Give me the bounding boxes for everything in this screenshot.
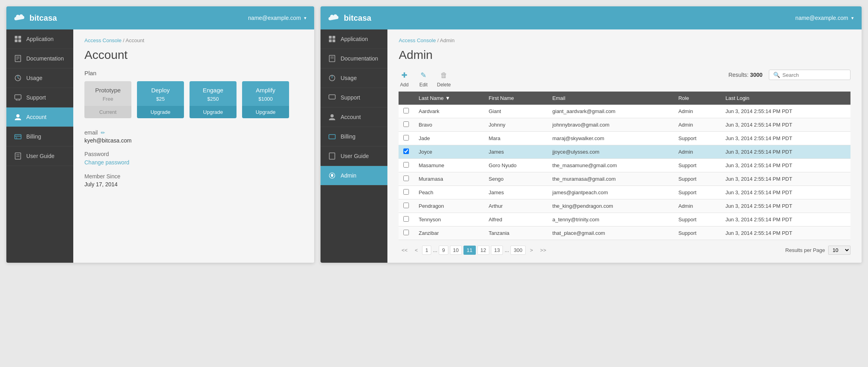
page-12[interactable]: 12	[477, 246, 489, 255]
support-icon-right	[328, 93, 336, 102]
checkbox-0[interactable]	[403, 108, 409, 113]
checkbox-3[interactable]	[403, 148, 409, 154]
sidebar-item-usage-left[interactable]: Usage	[6, 68, 73, 88]
page-9[interactable]: 9	[439, 246, 448, 255]
checkbox-4[interactable]	[403, 162, 409, 168]
results-count: 3000	[750, 72, 762, 78]
col-last-name[interactable]: Last Name ▼	[414, 92, 484, 105]
page-1[interactable]: 1	[422, 246, 431, 255]
plan-btn-engage[interactable]: Upgrade	[190, 106, 237, 118]
checkbox-9[interactable]	[403, 230, 409, 235]
delete-button[interactable]: 🗑 Delete	[437, 70, 451, 88]
sidebar-item-userguide-right[interactable]: User Guide	[321, 146, 387, 166]
row-email-4: the_masamune@gmail.com	[547, 159, 673, 172]
row-cb-3[interactable]	[399, 145, 414, 159]
edit-button[interactable]: ✎ Edit	[418, 70, 429, 88]
row-cb-5[interactable]	[399, 172, 414, 186]
svg-rect-18	[332, 36, 335, 39]
col-email: Email	[547, 92, 673, 105]
row-email-0: giant_aardvark@gmail.com	[547, 105, 673, 118]
sidebar-item-support-left[interactable]: Support	[6, 88, 73, 107]
plan-btn-amplify[interactable]: Upgrade	[242, 106, 289, 118]
plan-btn-deploy[interactable]: Upgrade	[137, 106, 184, 118]
search-input[interactable]	[782, 72, 846, 78]
page-11[interactable]: 11	[463, 246, 475, 255]
row-cb-4[interactable]	[399, 159, 414, 172]
breadcrumb-parent-left[interactable]: Access Console	[84, 37, 121, 43]
svg-rect-27	[329, 135, 335, 139]
member-since-row: Member Since July 17, 2014	[84, 173, 303, 187]
left-panel: bitcasa name@example.com ▼ Application D…	[6, 6, 314, 263]
svg-rect-14	[15, 153, 21, 159]
user-menu-left[interactable]: name@example.com ▼	[248, 15, 307, 21]
row-role-4: Support	[674, 159, 721, 172]
page-next[interactable]: >	[527, 246, 536, 254]
user-email-left: name@example.com	[248, 15, 301, 21]
email-edit-icon[interactable]: ✏	[101, 130, 105, 136]
checkbox-1[interactable]	[403, 121, 409, 127]
row-cb-9[interactable]	[399, 226, 414, 240]
page-300[interactable]: 300	[510, 246, 526, 255]
page-10[interactable]: 10	[450, 246, 462, 255]
sidebar-label-billing-left: Billing	[26, 133, 41, 140]
billing-icon-left: $	[14, 132, 22, 141]
sidebar-item-documentation-right[interactable]: Documentation	[321, 49, 387, 68]
table-row[interactable]: Muramasa Sengo the_muramasa@gmail.com Su…	[399, 172, 850, 186]
user-email-right: name@example.com	[796, 15, 848, 21]
table-row[interactable]: Aardvark Giant giant_aardvark@gmail.com …	[399, 105, 850, 118]
checkbox-6[interactable]	[403, 189, 409, 195]
table-row[interactable]: Masamune Goro Nyudo the_masamune@gmail.c…	[399, 159, 850, 172]
guide-icon-right	[328, 152, 336, 160]
row-last-login-8: Jun 3, 2014 2:55:14 PM PDT	[721, 213, 850, 226]
row-email-3: jjoyce@ulysses.com	[547, 145, 673, 159]
table-row[interactable]: Jade Mara maraj@skywalker.com Support Ju…	[399, 132, 850, 145]
row-cb-1[interactable]	[399, 118, 414, 132]
page-prev[interactable]: <	[412, 246, 421, 254]
table-row[interactable]: Zanzibar Tanzania that_place@gmail.com S…	[399, 226, 850, 240]
per-page-select[interactable]: 10 25 50 100	[828, 246, 850, 255]
email-label: email ✏	[84, 129, 303, 136]
page-last[interactable]: >>	[538, 246, 549, 254]
checkbox-5[interactable]	[403, 176, 409, 181]
right-panel: bitcasa name@example.com ▼ Application D…	[321, 6, 862, 263]
per-page-label: Results per Page	[785, 247, 825, 253]
change-password-link[interactable]: Change password	[84, 159, 129, 166]
table-row[interactable]: Peach James james@giantpeach.com Support…	[399, 186, 850, 199]
row-cb-7[interactable]	[399, 199, 414, 213]
add-button[interactable]: ✚ Add	[399, 70, 410, 88]
row-cb-8[interactable]	[399, 213, 414, 226]
logo-cloud-icon	[14, 12, 26, 24]
sidebar-item-admin-right[interactable]: Admin	[321, 166, 387, 185]
table-row[interactable]: Bravo Johnny johnnybravo@gmail.com Admin…	[399, 118, 850, 132]
table-row[interactable]: Tennyson Alfred a_tenny@trinity.com Supp…	[399, 213, 850, 226]
sidebar-item-application-left[interactable]: Application	[6, 29, 73, 49]
row-cb-2[interactable]	[399, 132, 414, 145]
sidebar-item-userguide-left[interactable]: User Guide	[6, 146, 73, 166]
row-last-login-0: Jun 3, 2014 2:55:14 PM PDT	[721, 105, 850, 118]
sidebar-item-account-right[interactable]: Account	[321, 107, 387, 127]
svg-point-10	[16, 114, 20, 117]
checkbox-8[interactable]	[403, 216, 409, 222]
page-title-left: Account	[84, 48, 303, 62]
checkbox-2[interactable]	[403, 135, 409, 141]
sidebar-item-support-right[interactable]: Support	[321, 88, 387, 107]
user-menu-right[interactable]: name@example.com ▼	[796, 15, 854, 21]
page-13[interactable]: 13	[491, 246, 503, 255]
plan-btn-prototype[interactable]: Current	[84, 106, 131, 118]
row-cb-0[interactable]	[399, 105, 414, 118]
sidebar-item-documentation-left[interactable]: Documentation	[6, 49, 73, 68]
sidebar-item-application-right[interactable]: Application	[321, 29, 387, 49]
table-row[interactable]: Joyce James jjoyce@ulysses.com Admin Jun…	[399, 145, 850, 159]
breadcrumb-parent-right[interactable]: Access Console	[399, 37, 436, 43]
checkbox-7[interactable]	[403, 203, 409, 208]
sidebar-item-billing-left[interactable]: $ Billing	[6, 127, 73, 146]
sidebar-item-usage-right[interactable]: Usage	[321, 68, 387, 88]
row-last-name-9: Zanzibar	[414, 226, 484, 240]
row-cb-6[interactable]	[399, 186, 414, 199]
plan-price-prototype: Free	[84, 96, 131, 106]
table-row[interactable]: Pendragon Arthur the_king@pendragon.com …	[399, 199, 850, 213]
sidebar-item-account-left[interactable]: Account	[6, 107, 73, 127]
sidebar-item-billing-right[interactable]: Billing	[321, 127, 387, 146]
search-bar[interactable]: 🔍	[769, 70, 850, 80]
page-first[interactable]: <<	[399, 246, 410, 254]
